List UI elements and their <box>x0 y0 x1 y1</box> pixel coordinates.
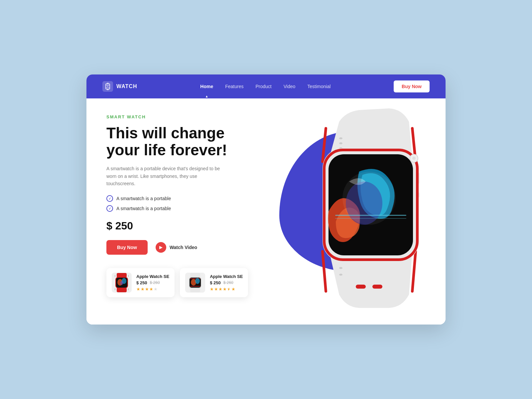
hero-subtitle: SMART WATCH <box>106 114 266 119</box>
nav-buy-button[interactable]: Buy Now <box>394 80 430 92</box>
feature-label-2: A smartwatch is a portable <box>116 206 171 211</box>
svg-line-30 <box>323 128 326 162</box>
svg-point-43 <box>412 157 416 160</box>
page-wrapper: WATCH Home Features Product Video Testim… <box>86 74 446 325</box>
svg-rect-3 <box>115 275 115 277</box>
svg-rect-5 <box>115 288 115 290</box>
feature-item-2: ✓ A smartwatch is a portable <box>106 205 266 212</box>
svg-rect-41 <box>335 218 406 219</box>
svg-rect-26 <box>372 285 382 289</box>
nav-video[interactable]: Video <box>284 84 296 89</box>
hero-left: SMART WATCH This will changeyour life fo… <box>106 114 266 297</box>
svg-point-13 <box>120 281 123 285</box>
nav-testimonial[interactable]: Testimonial <box>307 84 331 89</box>
watch-video-button[interactable]: ▶ Watch Video <box>156 242 197 253</box>
svg-rect-0 <box>106 84 110 89</box>
hero-actions: Buy Now ▶ Watch Video <box>106 240 266 255</box>
nav-features[interactable]: Features <box>225 84 243 89</box>
brand-logo[interactable]: WATCH <box>102 81 137 92</box>
svg-point-21 <box>195 278 200 284</box>
product-card-2[interactable]: Apple Watch SE $ 250 $ 260 ★★★★★★ <box>180 268 248 297</box>
hero-price: $ 250 <box>106 220 266 232</box>
svg-line-32 <box>323 251 326 291</box>
svg-point-23 <box>339 142 342 144</box>
svg-rect-4 <box>128 275 129 277</box>
product-thumb-1 <box>112 273 132 293</box>
hero-features: ✓ A smartwatch is a portable ✓ A smartwa… <box>106 195 266 212</box>
product-thumb-2 <box>185 273 205 293</box>
product-name-1: Apple Watch SE <box>136 274 169 279</box>
feature-label-1: A smartwatch is a portable <box>116 196 171 201</box>
product-stars-1: ★★★★★ <box>136 287 169 292</box>
hero-watch-image <box>286 105 446 311</box>
watch-video-label: Watch Video <box>170 245 197 250</box>
svg-rect-40 <box>335 215 406 216</box>
play-icon: ▶ <box>156 242 166 253</box>
product-cards: Apple Watch SE $ 250 $ 260 ★★★★★ <box>106 268 266 297</box>
nav-links: Home Features Product Video Testimonial <box>200 84 331 89</box>
product-name-2: Apple Watch SE <box>210 274 243 279</box>
product-info-2: Apple Watch SE $ 250 $ 260 ★★★★★★ <box>210 274 243 292</box>
product-card-1[interactable]: Apple Watch SE $ 250 $ 260 ★★★★★ <box>106 268 175 297</box>
svg-rect-8 <box>117 288 127 292</box>
hero-title: This will changeyour life forever! <box>106 125 266 158</box>
svg-line-31 <box>412 251 416 291</box>
svg-rect-25 <box>356 285 366 289</box>
hero-description: A smartwatch is a portable device that's… <box>106 165 226 187</box>
svg-point-22 <box>339 137 342 139</box>
svg-point-28 <box>339 274 342 276</box>
svg-point-39 <box>342 172 396 225</box>
hero-section: SMART WATCH This will changeyour life fo… <box>86 98 446 325</box>
check-icon-1: ✓ <box>106 195 113 202</box>
svg-rect-7 <box>117 273 127 278</box>
svg-point-27 <box>339 267 342 269</box>
nav-product[interactable]: Product <box>255 84 271 89</box>
nav-home[interactable]: Home <box>200 84 213 89</box>
product-pricing-2: $ 250 $ 260 <box>210 280 243 285</box>
product-info-1: Apple Watch SE $ 250 $ 260 ★★★★★ <box>136 274 169 292</box>
product-pricing-1: $ 250 $ 260 <box>136 280 169 285</box>
navbar: WATCH Home Features Product Video Testim… <box>86 74 446 98</box>
hero-right <box>266 105 446 318</box>
check-icon-2: ✓ <box>106 205 113 212</box>
product-old-price-2: $ 260 <box>223 280 233 285</box>
product-price-1: $ 250 <box>136 280 147 285</box>
svg-rect-15 <box>190 288 200 292</box>
feature-item-1: ✓ A smartwatch is a portable <box>106 195 266 202</box>
svg-rect-6 <box>128 288 129 290</box>
svg-rect-14 <box>190 273 200 278</box>
brand-name: WATCH <box>116 83 137 89</box>
hero-buy-button[interactable]: Buy Now <box>106 240 148 255</box>
logo-icon <box>102 81 113 92</box>
product-stars-2: ★★★★★★ <box>210 287 243 292</box>
product-price-2: $ 250 <box>210 280 221 285</box>
product-old-price-1: $ 260 <box>150 280 160 285</box>
